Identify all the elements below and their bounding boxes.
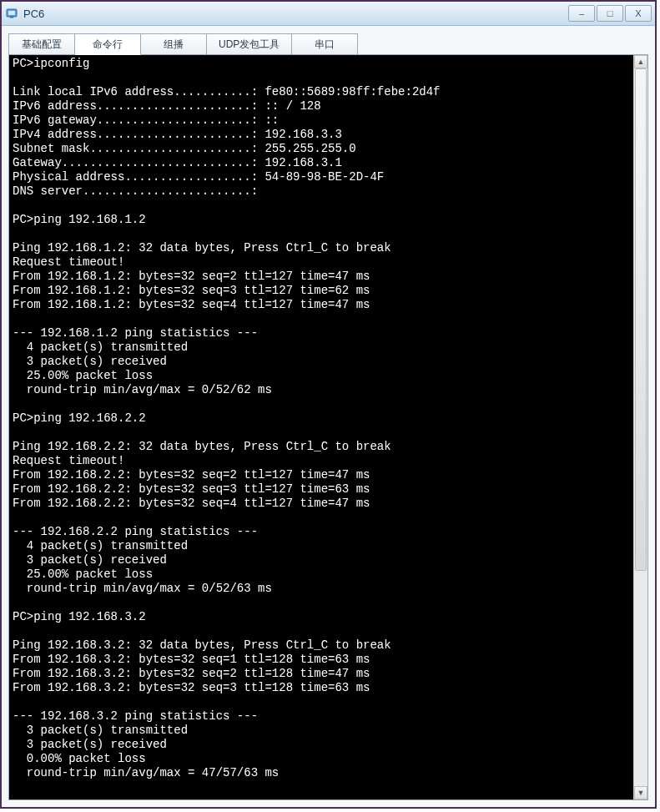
tab-bar: 基础配置命令行组播UDP发包工具串口: [8, 33, 648, 54]
scroll-thumb[interactable]: [635, 68, 647, 571]
app-icon: [5, 7, 18, 20]
tab-label: UDP发包工具: [219, 38, 280, 52]
close-icon: X: [635, 8, 641, 18]
close-button[interactable]: X: [625, 5, 652, 22]
tab-label: 基础配置: [22, 38, 62, 52]
minimize-icon: –: [579, 8, 584, 18]
scroll-track[interactable]: [634, 68, 647, 786]
tab-mcast[interactable]: 组播: [141, 33, 207, 55]
maximize-button[interactable]: □: [597, 5, 623, 22]
scroll-down-button[interactable]: ▼: [634, 786, 647, 799]
tab-label: 命令行: [93, 38, 123, 52]
terminal-panel: PC>ipconfig Link local IPv6 address.....…: [8, 54, 648, 800]
tab-udp[interactable]: UDP发包工具: [207, 33, 292, 55]
svg-rect-2: [10, 17, 13, 18]
window-title: PC6: [23, 8, 567, 20]
client-area: 基础配置命令行组播UDP发包工具串口 PC>ipconfig Link loca…: [2, 26, 655, 807]
application-window: PC6 – □ X 基础配置命令行组播UDP发包工具串口 PC>ipconfig…: [0, 0, 657, 809]
tab-label: 组播: [164, 38, 184, 52]
maximize-icon: □: [607, 8, 613, 18]
tab-cmd[interactable]: 命令行: [75, 33, 141, 55]
titlebar[interactable]: PC6 – □ X: [2, 2, 655, 26]
window-controls: – □ X: [567, 5, 652, 22]
tab-label: 串口: [315, 38, 335, 52]
scroll-up-button[interactable]: ▲: [634, 55, 647, 68]
svg-rect-1: [8, 11, 15, 15]
minimize-button[interactable]: –: [568, 5, 595, 22]
terminal-output[interactable]: PC>ipconfig Link local IPv6 address.....…: [9, 55, 633, 799]
vertical-scrollbar[interactable]: ▲ ▼: [633, 55, 647, 799]
tab-basic[interactable]: 基础配置: [8, 33, 75, 55]
tab-serial[interactable]: 串口: [292, 33, 358, 55]
